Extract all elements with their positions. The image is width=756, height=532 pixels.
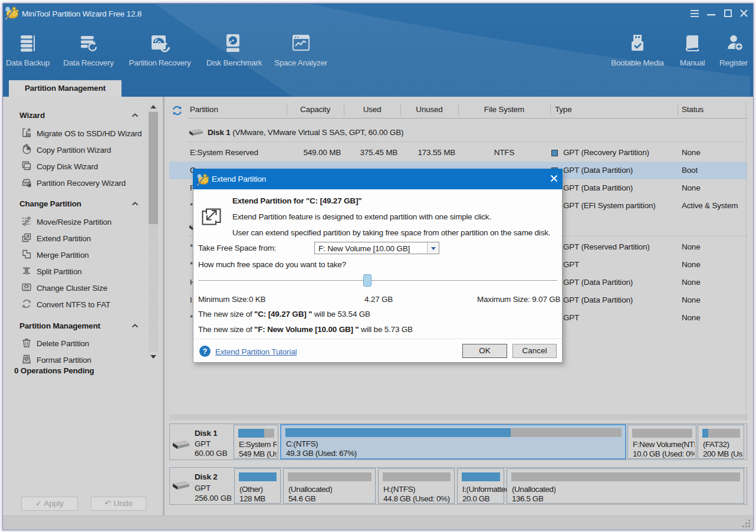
svg-text:F: F — [29, 300, 31, 304]
svg-text:N: N — [22, 305, 24, 308]
